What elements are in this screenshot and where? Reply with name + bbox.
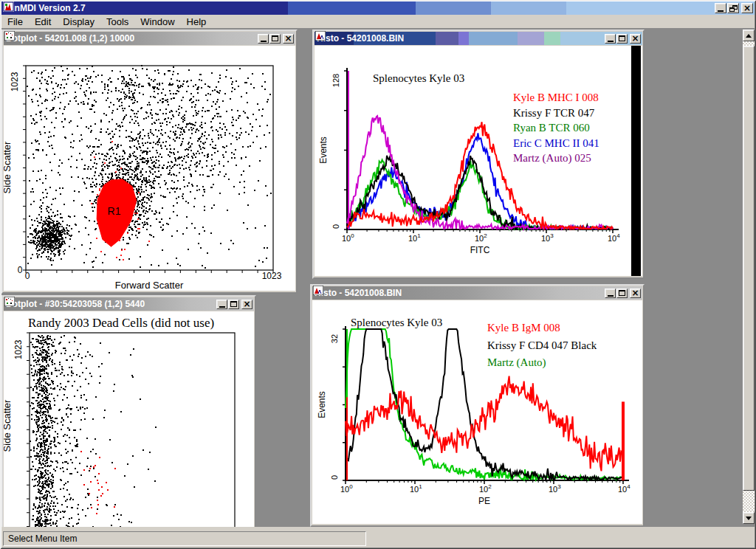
svg-text:104: 104 [608, 232, 620, 243]
close-icon: × [284, 35, 292, 42]
menu-item-display[interactable]: Display [57, 15, 100, 28]
svg-text:Side Scatter: Side Scatter [4, 141, 13, 193]
histo2-plot-title: Splenocytes Kyle 03 [351, 317, 442, 329]
minimize-icon [261, 41, 267, 42]
dotplot1-maximize-button[interactable] [269, 34, 281, 44]
menu-item-file[interactable]: File [1, 15, 29, 28]
svg-text:102: 102 [479, 483, 492, 494]
histo1-plot-title: Splenocytes Kyle 03 [373, 72, 464, 85]
maximize-icon [272, 35, 278, 41]
histogram-curve [346, 376, 623, 472]
status-message: Select Menu Item [3, 531, 366, 546]
dead-cells-dotplot[interactable]: 1023Side Scatter [4, 311, 254, 527]
dotplot-icon [4, 31, 15, 41]
histo2-minimize-button[interactable] [605, 289, 616, 298]
legend-entry: Ryan B TCR 060 [513, 120, 599, 136]
legend-entry: Kyle B IgM 008 [487, 320, 597, 337]
window-dotplot-deadcells[interactable]: Dotplot - #30:54203058 (1,2) 5440 × 1023… [1, 295, 256, 527]
y-axis-label: Events [318, 137, 329, 164]
x-axis-label: FITC [470, 245, 490, 255]
svg-text:100: 100 [340, 483, 353, 494]
svg-text:0: 0 [25, 271, 30, 281]
menu-item-edit[interactable]: Edit [29, 15, 57, 28]
histo1-maximize-button[interactable] [616, 34, 628, 44]
winmdi-app-icon [3, 1, 14, 12]
histo2-content: 100101102103104PE320Events Splenocytes K… [312, 300, 642, 524]
scrollbar-thumb[interactable] [743, 46, 755, 491]
main-titlebar[interactable]: WinMDI Version 2.7 × [1, 1, 755, 15]
legend-entry: Eric C MHC II 041 [513, 136, 599, 151]
close-icon: × [631, 35, 639, 42]
histo2-legend: Kyle B IgM 008Krissy F CD4 047 BlackMart… [487, 320, 597, 372]
arrow-up-icon [746, 34, 752, 38]
dotplot2-maximize-button[interactable] [228, 300, 239, 309]
histo2-title: Histo - 54201008.BIN [315, 288, 402, 298]
gate-label: R1 [108, 205, 121, 217]
winmdi-application-window: WinMDI Version 2.7 × FileEditDisplayTool… [0, 0, 756, 549]
window-dotplot-54201[interactable]: Dotplot - 54201.008 (1,2) 10000 × R10102… [1, 30, 298, 294]
menu-item-tools[interactable]: Tools [100, 15, 134, 28]
dotplot1-title: Dotplot - 54201.008 (1,2) 10000 [6, 33, 134, 44]
svg-text:1023: 1023 [10, 72, 20, 92]
histo2-close-button[interactable]: × [630, 289, 641, 298]
histo2-titlebar[interactable]: Histo - 54201008.BIN × [312, 286, 642, 300]
svg-text:103: 103 [549, 483, 561, 494]
dotplot2-plot-title: Randy 2003 Dead Cells (did not use) [28, 316, 214, 331]
window-histo-pe[interactable]: Histo - 54201008.BIN × 100101102103104PE… [310, 284, 645, 527]
window-histo-fitc[interactable]: Histo - 54201008.BIN × 100101102103104FI… [312, 30, 645, 279]
histo1-legend: Kyle B MHC I 008Krissy F TCR 047Ryan B T… [513, 90, 599, 166]
legend-entry: Krissy F CD4 047 Black [487, 337, 597, 355]
close-icon: × [631, 289, 639, 297]
minimize-icon [608, 295, 614, 297]
main-minimize-button[interactable] [715, 3, 726, 13]
fsc-ssc-dotplot[interactable]: R101023Forward Scatter10230Side Scatter [4, 46, 295, 291]
histo1-close-button[interactable]: × [630, 34, 641, 44]
histo1-titlebar[interactable]: Histo - 54201008.BIN × [315, 32, 642, 45]
dotplot1-minimize-button[interactable] [258, 34, 269, 44]
dotplot1-close-button[interactable]: × [283, 34, 294, 44]
histo2-maximize-button[interactable] [616, 289, 628, 298]
dotplot2-content: 1023Side Scatter Randy 2003 Dead Cells (… [4, 311, 254, 527]
menu-item-window[interactable]: Window [134, 15, 180, 28]
svg-text:101: 101 [410, 483, 422, 494]
histogram-curve [347, 156, 613, 229]
svg-text:101: 101 [408, 232, 421, 243]
minimize-icon [219, 306, 225, 308]
svg-text:1023: 1023 [13, 339, 24, 359]
scroll-down-button[interactable] [743, 512, 755, 524]
x-axis-label: PE [478, 496, 490, 506]
menu-bar: FileEditDisplayToolsWindowHelp [1, 15, 755, 28]
legend-entry: Martz (Auto) [487, 354, 597, 372]
main-restore-button[interactable] [727, 3, 739, 13]
histo1-content: 100101102103104FITC1280Events Splenocyte… [315, 46, 642, 276]
mdi-vertical-scrollbar[interactable] [743, 30, 755, 524]
maximize-icon [619, 35, 625, 41]
svg-text:104: 104 [618, 483, 630, 494]
dotplot2-minimize-button[interactable] [216, 300, 227, 309]
svg-text:Forward Scatter: Forward Scatter [115, 280, 184, 291]
histo1-minimize-button[interactable] [605, 34, 616, 44]
dotplot2-close-button[interactable]: × [241, 300, 252, 309]
svg-text:0: 0 [331, 224, 340, 229]
dotplot1-titlebar[interactable]: Dotplot - 54201.008 (1,2) 10000 × [4, 32, 295, 45]
histogram-curve [347, 160, 613, 229]
close-icon: × [743, 4, 751, 12]
y-axis-label: Events [317, 391, 327, 418]
svg-text:128: 128 [331, 74, 340, 87]
arrow-down-icon [746, 517, 752, 520]
svg-text:102: 102 [475, 232, 487, 243]
close-icon: × [243, 300, 250, 308]
svg-text:0: 0 [330, 475, 339, 480]
menu-item-help[interactable]: Help [181, 15, 213, 28]
maximize-icon [230, 301, 237, 307]
legend-entry: Martz (Auto) 025 [513, 151, 599, 166]
svg-text:32: 32 [330, 334, 339, 343]
legend-entry: Kyle B MHC I 008 [513, 90, 599, 106]
main-close-button[interactable]: × [741, 3, 753, 13]
scroll-up-button[interactable] [743, 30, 755, 41]
app-title: WinMDI Version 2.7 [4, 3, 86, 13]
dotplot2-titlebar[interactable]: Dotplot - #30:54203058 (1,2) 5440 × [4, 297, 254, 311]
maximize-icon [619, 290, 625, 296]
svg-text:0: 0 [18, 265, 23, 275]
histo1-title: Histo - 54201008.BIN [317, 33, 404, 44]
